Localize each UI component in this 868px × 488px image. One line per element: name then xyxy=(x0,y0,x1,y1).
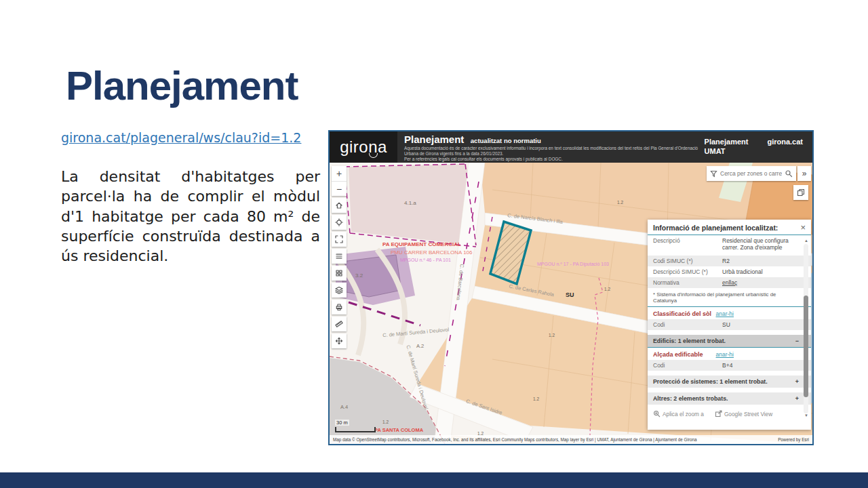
print-icon xyxy=(335,303,343,311)
section-title: Alçada edificable xyxy=(653,351,703,358)
app-subtitle: actualitzat no normatiu xyxy=(471,137,541,144)
section-title: Classificació del sòl xyxy=(653,310,711,317)
locate-icon xyxy=(335,218,343,226)
expand-icon[interactable]: + xyxy=(795,378,799,385)
row-label: Codi xyxy=(653,362,722,369)
home-button[interactable] xyxy=(332,198,347,213)
panel-row: Codi SIMUC (*) R2 xyxy=(648,256,811,266)
expand-icon xyxy=(335,235,343,243)
row-value: Urbà tradicional xyxy=(722,268,799,275)
section-heading: Classificació del sòl anar-hi xyxy=(648,306,811,319)
scroll-down-icon[interactable]: ▼ xyxy=(804,413,808,418)
normativa-link[interactable]: enllaç xyxy=(722,279,799,286)
panel-row: Descripció SIMUC (*) Urbà tradicional xyxy=(648,266,811,277)
header-site[interactable]: girona.cat xyxy=(767,137,803,163)
scroll-up-icon[interactable]: ▲ xyxy=(804,239,808,243)
map-area: 4.1.a 3.2 A.2 A.4 SU PA EQUIPAMENT COMER… xyxy=(330,163,812,444)
goto-link[interactable]: anar-hi xyxy=(716,310,734,317)
body-text: La densitat d'habitatges per parcel·la h… xyxy=(61,167,320,266)
ruler-icon xyxy=(335,320,343,328)
zoom-to-icon xyxy=(653,410,660,418)
home-icon xyxy=(335,201,343,209)
grid-icon xyxy=(335,269,343,277)
header-org: UMAT xyxy=(705,146,749,156)
row-value: B+4 xyxy=(722,362,799,369)
panel-footnote: * Sistema d'informació del planejament u… xyxy=(648,288,811,306)
slide-footer-bar xyxy=(0,472,868,488)
girona-logo[interactable]: girona xyxy=(330,131,397,163)
search-icon xyxy=(785,169,793,178)
section-heading: Alçada edificable anar-hi xyxy=(648,347,811,360)
panel-close-button[interactable]: × xyxy=(800,224,806,231)
list-icon xyxy=(335,252,343,260)
legend-button[interactable] xyxy=(332,249,347,264)
measure-button[interactable] xyxy=(332,317,347,331)
goto-link[interactable]: anar-hi xyxy=(716,351,734,358)
row-label: Descripció SIMUC (*) xyxy=(653,268,722,275)
row-value: Residencial que configura carrer. Zona d… xyxy=(722,237,799,253)
presentation-slide: Planejament girona.cat/plageneral/ws/cla… xyxy=(0,0,868,488)
app-disclaimer-1: Aquesta documentació és de caràcter excl… xyxy=(404,146,709,157)
app-titles: Planejament actualitzat no normatiu Aque… xyxy=(397,131,705,163)
locate-button[interactable] xyxy=(332,215,347,230)
street-view-action[interactable]: Google Street View xyxy=(715,410,772,418)
pan-button[interactable] xyxy=(332,333,347,348)
panel-footer: Aplica el zoom a Google Street View xyxy=(648,405,811,418)
search-expand-button[interactable]: » xyxy=(797,166,811,181)
plus-icon: + xyxy=(336,168,342,179)
full-extent-button[interactable] xyxy=(332,232,347,247)
page-title: Planejament xyxy=(66,62,298,109)
row-label: Descripció xyxy=(653,237,722,253)
row-label: Codi SIMUC (*) xyxy=(653,258,722,264)
row-label: Normativa xyxy=(653,279,722,286)
search-widget xyxy=(707,166,796,181)
group-label: Protecció de sistemes: 1 element trobat. xyxy=(653,378,768,385)
layers-icon xyxy=(335,286,343,294)
app-header: girona Planejament actualitzat no normat… xyxy=(330,131,812,163)
header-right: Planejament UMAT girona.cat xyxy=(705,131,812,163)
apply-zoom-action[interactable]: Aplica el zoom a xyxy=(653,410,704,418)
attribution-text: Map data © OpenStreetMap contributors, M… xyxy=(333,437,697,442)
zoom-in-button[interactable]: + xyxy=(332,166,347,181)
chevrons-right-icon: » xyxy=(802,169,807,178)
zoom-out-button[interactable]: − xyxy=(332,181,347,196)
scale-bar: 30 m xyxy=(335,415,374,432)
map-screenshot: girona Planejament actualitzat no normat… xyxy=(328,130,814,445)
duplicate-view-button[interactable] xyxy=(793,185,808,200)
funnel-icon xyxy=(710,170,717,178)
map-attribution: Map data © OpenStreetMap contributors, M… xyxy=(330,435,812,444)
expand-icon[interactable]: + xyxy=(795,395,799,402)
scale-bar-line xyxy=(335,427,376,432)
group-label: Altres: 2 elements trobats. xyxy=(653,395,728,402)
map-toolbar: + − xyxy=(332,166,347,348)
info-panel: Informació de planejament localitzat: × … xyxy=(648,220,811,430)
reference-link[interactable]: girona.cat/plageneral/ws/clau?id=1.2 xyxy=(61,130,301,145)
panel-title: Informació de planejament localitzat: xyxy=(653,224,778,232)
panel-row: Codi B+4 xyxy=(648,360,811,371)
group-bar-proteccio[interactable]: Protecció de sistemes: 1 element trobat.… xyxy=(648,375,811,388)
layers-button[interactable] xyxy=(332,283,347,298)
group-bar-edificis[interactable]: Edificis: 1 element trobat. − xyxy=(648,335,811,347)
panel-scrollbar-thumb[interactable] xyxy=(804,296,808,397)
girona-logo-text: girona xyxy=(340,138,387,157)
collapse-icon[interactable]: − xyxy=(795,338,799,344)
search-button[interactable] xyxy=(783,169,794,178)
row-value: SU xyxy=(722,321,799,328)
copy-icon xyxy=(797,188,805,197)
row-value: R2 xyxy=(722,258,799,264)
basemap-button[interactable] xyxy=(332,266,347,281)
scale-label: 30 m xyxy=(335,420,349,426)
search-filter-button[interactable] xyxy=(709,170,719,178)
logo-smile-icon xyxy=(369,153,378,158)
panel-row: Normativa enllaç xyxy=(648,277,811,288)
app-title: Planejament xyxy=(404,134,464,145)
row-label: Codi xyxy=(653,321,722,328)
group-bar-altres[interactable]: Altres: 2 elements trobats. + xyxy=(648,392,811,405)
powered-by: Powered by Esri xyxy=(778,437,809,442)
close-icon: × xyxy=(800,222,806,232)
print-button[interactable] xyxy=(332,300,347,314)
header-app-name: Planejament xyxy=(705,137,749,146)
app-disclaimer-2: Per a referències legals cal consultar e… xyxy=(404,157,709,162)
search-input[interactable] xyxy=(719,169,783,178)
minus-icon: − xyxy=(336,184,342,195)
